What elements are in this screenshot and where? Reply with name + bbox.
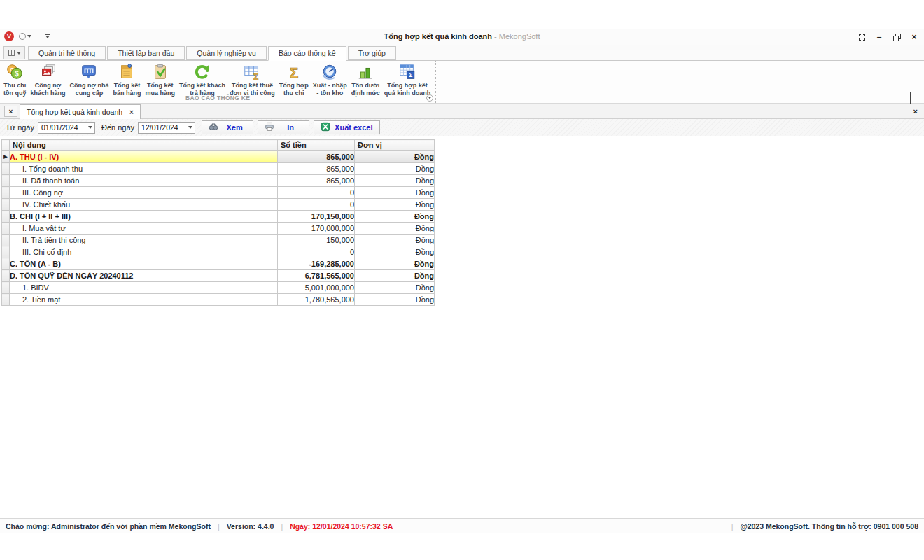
table-row[interactable]: II. Đã thanh toán865,000Đồng [2, 175, 435, 187]
svg-text:Σ: Σ [290, 65, 298, 80]
layout-menu-button[interactable] [4, 46, 25, 59]
row-selector [2, 163, 10, 175]
dropdown-arrow-icon[interactable] [186, 126, 195, 129]
cell-amount: 6,781,565,000 [278, 270, 355, 282]
column-header-content[interactable]: Nội dung [10, 140, 278, 150]
from-date-value: 01/01/2024 [38, 123, 85, 132]
report-table: Nội dung Số tiền Đơn vị ▶A. THU (I - IV)… [1, 139, 435, 306]
table-row[interactable]: II. Trả tiền thi công150,000Đồng [2, 234, 435, 246]
ribbon-button-9[interactable]: Tồn dướiđịnh mức [349, 62, 382, 97]
cell-amount: 0 [278, 199, 355, 211]
ribbon-button-1[interactable]: Công nợkhách hàng [29, 62, 68, 97]
close-document-button-left[interactable]: × [4, 106, 18, 117]
ribbon-button-label: Tổng hợp kết [387, 82, 427, 90]
table-row[interactable]: I. Tổng doanh thu865,000Đồng [2, 163, 435, 175]
document-tab-active[interactable]: Tổng hợp kết quả kinh doanh × [20, 104, 141, 119]
restore-button[interactable] [892, 32, 901, 42]
ribbon-button-3[interactable]: Tổng kếtbán hàng [111, 62, 143, 97]
dropdown-arrow-icon[interactable] [85, 126, 94, 129]
status-right: | @2023 MekongSoft. Thông tin hỗ trợ: 09… [724, 522, 918, 531]
summary-sigma-icon: Σ [285, 63, 303, 81]
cell-content: C. TỒN (A - B) [10, 258, 278, 270]
table-row[interactable]: B. CHI (I + II + III)170,150,000Đồng [2, 211, 435, 223]
printer-icon [265, 122, 274, 133]
row-selector [2, 246, 10, 258]
close-document-button-right[interactable]: × [913, 107, 918, 115]
cell-amount: 170,000,000 [278, 223, 355, 234]
table-row[interactable]: ▶A. THU (I - IV)865,000Đồng [2, 150, 435, 163]
low-stock-chart-icon [356, 63, 374, 81]
table-row[interactable]: I. Mua vật tư170,000,000Đồng [2, 223, 435, 234]
cell-unit: Đồng [355, 258, 435, 270]
ribbon-tab-0[interactable]: Quản trị hệ thống [28, 46, 106, 60]
cell-content: D. TỒN QUỸ ĐẾN NGÀY 20240112 [10, 270, 278, 282]
ribbon-tab-2[interactable]: Quản lý nghiệp vụ [186, 46, 267, 60]
column-header-unit[interactable]: Đơn vị [355, 140, 435, 150]
status-divider: | [281, 522, 283, 531]
ribbon-button-4[interactable]: Tổng kếtmua hàng [143, 62, 177, 97]
inventory-clock-icon [321, 63, 339, 81]
purchase-clipboard-icon [151, 63, 169, 81]
ribbon-button-10[interactable]: ΣTổng hợp kếtquả kinh doanh [382, 62, 433, 97]
ribbon-button-6[interactable]: ΣTổng kết thuêđơn vị thi công [227, 62, 277, 97]
cell-content: II. Đã thanh toán [10, 175, 278, 187]
binoculars-icon [209, 122, 218, 133]
ribbon-button-0[interactable]: C$Thu chitồn quỹ [1, 62, 29, 97]
table-row[interactable]: D. TỒN QUỸ ĐẾN NGÀY 202401126,781,565,00… [2, 270, 435, 282]
cell-amount: 865,000 [278, 175, 355, 187]
minimize-button[interactable]: – [875, 32, 883, 42]
sales-notepad-icon [118, 63, 136, 81]
fullscreen-icon [859, 34, 865, 41]
to-date-picker[interactable]: 12/01/2024 [138, 122, 195, 134]
print-button[interactable]: In [258, 120, 309, 134]
title-bar: V Tổng hợp kết quả kinh doanh - MekongSo… [0, 29, 924, 45]
ribbon-tab-4[interactable]: Trợ giúp [348, 46, 396, 60]
ribbon-button-7[interactable]: ΣTổng hợpthu chi [277, 62, 311, 97]
ribbon-button-8[interactable]: Xuất - nhập- tồn kho [311, 62, 349, 97]
ribbon-button-label: Tồn dưới [351, 82, 379, 90]
table-row[interactable]: IV. Chiết khấu0Đồng [2, 199, 435, 211]
table-row[interactable]: C. TỒN (A - B)-169,285,000Đồng [2, 258, 435, 270]
view-button-label: Xem [223, 123, 246, 132]
row-selector [2, 223, 10, 234]
chevron-down-icon [17, 52, 21, 55]
ribbon-button-label: Tổng hợp [279, 82, 309, 90]
window-controls: – × [858, 31, 918, 43]
ribbon-button-5[interactable]: Tổng kết kháchtrả hàng [177, 62, 227, 97]
ribbon-tab-1[interactable]: Thiết lập ban đầu [107, 46, 185, 60]
ribbon-collapse-button[interactable] [910, 93, 916, 99]
ribbon-button-label: Công nợ nhà [70, 82, 109, 90]
cell-content: IV. Chiết khấu [10, 199, 278, 211]
view-button[interactable]: Xem [202, 120, 253, 134]
filter-toolbar: Từ ngày 01/01/2024 Đến ngày 12/01/2024 X… [0, 119, 924, 136]
table-row[interactable]: III. Chi cố định0Đồng [2, 246, 435, 258]
cell-amount: 150,000 [278, 234, 355, 246]
cell-unit: Đồng [355, 211, 435, 223]
close-tab-icon[interactable]: × [130, 108, 134, 116]
cell-unit: Đồng [355, 163, 435, 175]
cell-amount: 0 [278, 246, 355, 258]
table-row[interactable]: III. Công nợ0Đồng [2, 187, 435, 199]
table-row[interactable]: 1. BIDV5,001,000,000Đồng [2, 282, 435, 294]
from-date-picker[interactable]: 01/01/2024 [38, 122, 95, 134]
fullscreen-button[interactable] [858, 32, 866, 42]
cell-content: 2. Tiền mặt [10, 294, 278, 306]
table-header-row: Nội dung Số tiền Đơn vị [2, 140, 435, 150]
cell-unit: Đồng [355, 150, 435, 163]
report-content-area: Nội dung Số tiền Đơn vị ▶A. THU (I - IV)… [0, 136, 924, 518]
export-excel-button[interactable]: Xuất excel [314, 120, 379, 134]
column-header-amount[interactable]: Số tiền [278, 140, 355, 150]
cell-content: III. Công nợ [10, 187, 278, 199]
ribbon-tab-3[interactable]: Báo cáo thống kê [268, 46, 346, 61]
ribbon-button-label: Thu chi [4, 82, 26, 90]
row-selector [2, 294, 10, 306]
ribbon-button-2[interactable]: Công nợ nhàcung cấp [68, 62, 111, 97]
table-row[interactable]: 2. Tiền mặt1,780,565,000Đồng [2, 294, 435, 306]
cell-amount: 865,000 [278, 163, 355, 175]
status-support: @2023 MekongSoft. Thông tin hỗ trợ: 0901… [740, 522, 918, 531]
cell-content: II. Trả tiền thi công [10, 234, 278, 246]
cell-amount: 1,780,565,000 [278, 294, 355, 306]
row-selector [2, 211, 10, 223]
close-button[interactable]: × [910, 32, 918, 42]
ribbon-button-label: Xuất - nhập [313, 82, 347, 90]
